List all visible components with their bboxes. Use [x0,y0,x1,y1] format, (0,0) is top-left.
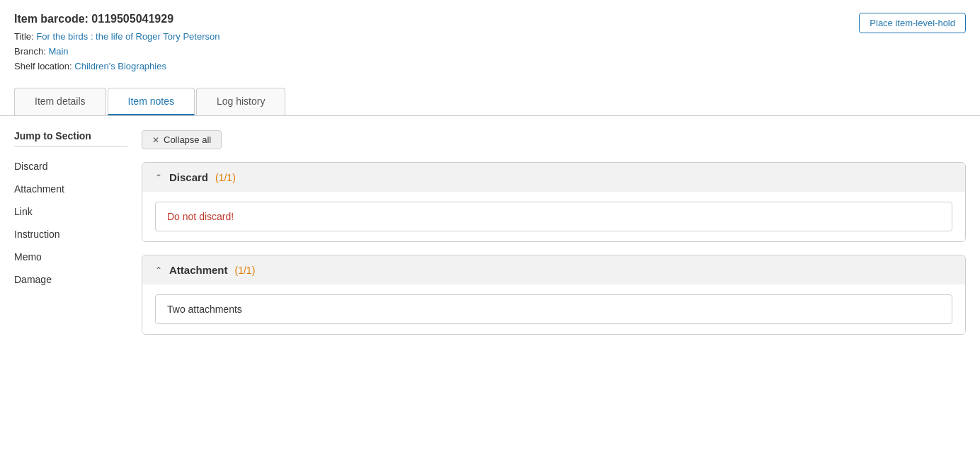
section-attachment-body: Two attachments [142,284,965,334]
content-panel: ✕ Collapse all ⌃ Discard (1/1) Do not di… [142,130,980,362]
sidebar-item-damage[interactable]: Damage [14,268,127,291]
section-discard-title: Discard [169,171,208,183]
section-discard: ⌃ Discard (1/1) Do not discard! [142,162,966,242]
section-attachment-title: Attachment [169,264,228,276]
title-label: Title: [14,31,36,42]
tab-log-history[interactable]: Log history [196,88,285,115]
section-attachment-count: (1/1) [235,265,256,276]
tab-item-notes[interactable]: Item notes [108,88,195,115]
item-title-line: Title: For the birds : the life of Roger… [14,30,220,45]
sidebar-item-instruction[interactable]: Instruction [14,223,127,246]
item-shelf-line: Shelf location: Children's Biographies [14,59,220,74]
section-discard-body: Do not discard! [142,192,965,241]
chevron-up-icon-2: ⌃ [155,265,162,275]
chevron-up-icon: ⌃ [155,173,162,183]
attachment-note: Two attachments [155,294,952,324]
collapse-icon: ✕ [152,135,159,145]
section-discard-header[interactable]: ⌃ Discard (1/1) [142,163,965,192]
sidebar-item-link[interactable]: Link [14,200,127,223]
title-value: For the birds : the life of Roger Tory P… [36,31,220,42]
item-branch-line: Branch: Main [14,45,220,59]
item-barcode: Item barcode: 0119505041929 [14,13,220,25]
sidebar-item-discard[interactable]: Discard [14,155,127,178]
shelf-label: Shelf location: [14,61,74,71]
sidebar-item-attachment[interactable]: Attachment [14,178,127,200]
header-area: Item barcode: 0119505041929 Title: For t… [0,0,980,81]
sidebar: Jump to Section Discard Attachment Link … [0,130,142,362]
section-attachment: ⌃ Attachment (1/1) Two attachments [142,255,966,335]
section-discard-count: (1/1) [215,172,236,183]
sidebar-title: Jump to Section [14,130,127,146]
branch-value: Main [48,46,68,57]
main-content: Jump to Section Discard Attachment Link … [0,116,980,362]
branch-label: Branch: [14,46,48,57]
header-info: Item barcode: 0119505041929 Title: For t… [14,13,220,74]
place-hold-button[interactable]: Place item-level-hold [859,13,966,33]
section-attachment-header[interactable]: ⌃ Attachment (1/1) [142,255,965,284]
tab-item-details[interactable]: Item details [14,88,106,115]
tabs-bar: Item details Item notes Log history [0,88,980,116]
shelf-value: Children's Biographies [74,61,166,71]
sidebar-item-memo[interactable]: Memo [14,246,127,268]
collapse-all-button[interactable]: ✕ Collapse all [142,130,222,149]
discard-note: Do not discard! [155,202,952,231]
